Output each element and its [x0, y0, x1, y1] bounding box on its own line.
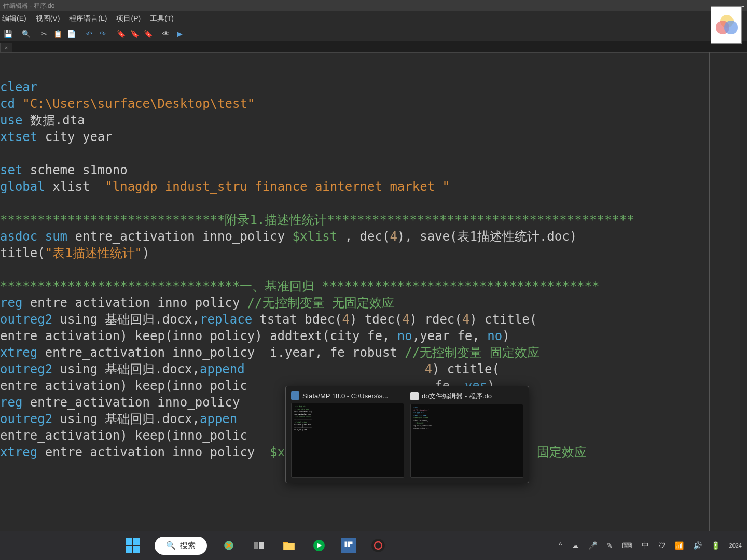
- tray-volume-icon[interactable]: 🔊: [693, 541, 702, 550]
- separator: [35, 29, 35, 38]
- tray-cloud-icon[interactable]: ☁: [572, 541, 579, 550]
- separator: [112, 29, 112, 38]
- svg-rect-3: [345, 542, 348, 544]
- taskbar: 🔍 搜索 ^ ☁ 🎤 ✎ ⌨ 中 🛡 📶 🔊 🔋 2024: [0, 531, 747, 560]
- undo-icon[interactable]: ↶: [85, 29, 94, 38]
- bookmark-next-icon[interactable]: 🔖: [130, 29, 139, 38]
- search-button[interactable]: 🔍 搜索: [155, 537, 207, 555]
- task-header: Stata/MP 18.0 - C:\Users\s...: [291, 391, 404, 403]
- menu-edit[interactable]: 编辑(E): [2, 14, 26, 23]
- tray-wifi-icon[interactable]: 📶: [675, 541, 684, 550]
- task-view-icon[interactable]: [251, 537, 267, 554]
- svg-point-8: [371, 539, 385, 552]
- tray-keyboard-icon[interactable]: ⌨: [622, 541, 632, 550]
- copy-icon[interactable]: 📋: [53, 29, 62, 38]
- svg-rect-7: [348, 544, 350, 547]
- file-tab[interactable]: ×: [0, 43, 12, 52]
- task-title: Stata/MP 18.0 - C:\Users\s...: [302, 392, 388, 400]
- system-tray: ^ ☁ 🎤 ✎ ⌨ 中 🛡 📶 🔊 🔋 2024: [559, 531, 742, 560]
- tray-pen-icon[interactable]: ✎: [606, 541, 613, 550]
- tray-security-icon[interactable]: 🛡: [658, 541, 666, 550]
- task-switcher: Stata/MP 18.0 - C:\Users\s... . use 数据.d…: [285, 386, 529, 483]
- graph-thumbnail[interactable]: [711, 6, 742, 44]
- svg-rect-4: [348, 542, 350, 544]
- svg-rect-1: [259, 542, 264, 549]
- menu-language[interactable]: 程序语言(L): [69, 14, 107, 23]
- tab-bar: ×: [0, 41, 747, 53]
- svg-rect-5: [350, 542, 353, 544]
- window-title: 件编辑器 - 程序.do: [3, 2, 54, 10]
- record-icon[interactable]: [370, 537, 386, 554]
- svg-rect-6: [345, 544, 348, 547]
- search-icon[interactable]: 🔍: [21, 29, 31, 38]
- tray-mic-icon[interactable]: 🎤: [588, 541, 597, 550]
- menu-view[interactable]: 视图(V): [36, 14, 60, 23]
- app-icon-1[interactable]: [311, 537, 327, 554]
- bookmark-prev-icon[interactable]: 🔖: [143, 29, 153, 38]
- svg-rect-0: [254, 542, 258, 549]
- paste-icon[interactable]: 📄: [66, 29, 76, 38]
- task-item-stata[interactable]: Stata/MP 18.0 - C:\Users\s... . use 数据.d…: [291, 391, 404, 478]
- search-icon: 🔍: [166, 541, 176, 550]
- tray-battery-icon[interactable]: 🔋: [711, 541, 720, 550]
- tray-clock[interactable]: 2024: [729, 542, 742, 549]
- windows-logo-icon: [126, 538, 140, 553]
- task-header: do文件编辑器 - 程序.do: [410, 391, 523, 404]
- task-preview: clear cd "C:\Users\..." use 数据.dta xtset…: [410, 404, 523, 478]
- separator: [80, 29, 80, 38]
- redo-icon[interactable]: ↷: [98, 29, 107, 38]
- ruler-line: [709, 52, 710, 560]
- explorer-icon[interactable]: [281, 537, 297, 554]
- menu-tools[interactable]: 工具(T): [150, 14, 174, 23]
- bookmark-icon[interactable]: 🔖: [116, 29, 126, 38]
- stata-app-icon: [291, 391, 299, 400]
- copilot-icon[interactable]: [220, 537, 237, 554]
- cut-icon[interactable]: ✂: [39, 29, 49, 38]
- start-button[interactable]: [125, 537, 141, 554]
- tray-ime-icon[interactable]: 中: [642, 541, 649, 550]
- toolbar: 💾 🔍 ✂ 📋 📄 ↶ ↷ 🔖 🔖 🔖 👁 ▶: [0, 26, 747, 41]
- venn-icon: [715, 13, 738, 36]
- doeditor-app-icon: [410, 392, 419, 400]
- toggle-icon[interactable]: 👁: [161, 29, 171, 38]
- separator: [157, 29, 157, 38]
- menu-bar: 编辑(E) 视图(V) 程序语言(L) 项目(P) 工具(T): [0, 11, 747, 26]
- save-icon[interactable]: 💾: [3, 29, 12, 38]
- task-item-doeditor[interactable]: do文件编辑器 - 程序.do clear cd "C:\Users\..." …: [410, 391, 523, 478]
- stata-taskbar-icon[interactable]: [341, 538, 356, 553]
- task-preview: . use 数据.dta . xtset city year panel var…: [291, 403, 404, 478]
- task-title: do文件编辑器 - 程序.do: [422, 391, 492, 401]
- separator: [17, 29, 17, 38]
- title-bar: 件编辑器 - 程序.do —: [0, 0, 747, 11]
- search-label: 搜索: [180, 541, 196, 551]
- run-icon[interactable]: ▶: [175, 29, 184, 38]
- menu-project[interactable]: 项目(P): [116, 14, 141, 23]
- tray-chevron-icon[interactable]: ^: [559, 541, 562, 550]
